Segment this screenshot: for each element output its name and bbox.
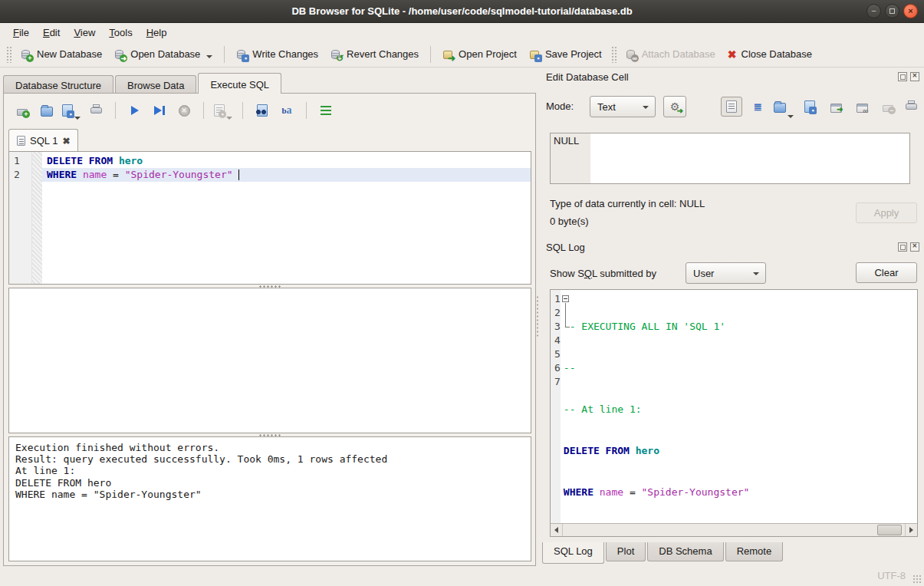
print-icon [90, 107, 102, 116]
auto-format-button[interactable] [315, 101, 337, 120]
window-controls: − × [866, 4, 918, 18]
execute-all-button[interactable] [124, 101, 146, 120]
open-database-button[interactable]: ➜ Open Database [108, 45, 219, 64]
find-replace-button[interactable]: ba [276, 101, 298, 120]
tab-execute-sql[interactable]: Execute SQL [198, 73, 281, 94]
import-file-icon [774, 103, 786, 113]
import-data-button[interactable] [773, 97, 794, 117]
minimize-button[interactable]: − [866, 4, 881, 18]
scroll-left-arrow[interactable] [551, 524, 563, 536]
save-sql-dropdown-icon[interactable] [74, 117, 81, 120]
revert-changes-button[interactable]: ↺ Revert Changes [324, 45, 425, 64]
sql-tab-close-icon[interactable]: ✖ [62, 136, 70, 146]
auto-switch-mode-button[interactable]: ⚙➜ [663, 96, 686, 117]
open-sql-file-button[interactable] [36, 101, 58, 120]
maximize-button[interactable] [885, 4, 899, 18]
print-sql-button[interactable] [85, 101, 107, 120]
sql-toolbar: + ▪ ✕ ▪ [12, 100, 337, 121]
open-url-button[interactable]: ∞ [851, 97, 873, 117]
editor-fold-margin [32, 152, 42, 284]
results-grid[interactable] [8, 288, 531, 433]
save-project-icon: ▪ [529, 48, 541, 61]
execute-current-line-button[interactable] [149, 101, 170, 120]
execution-message-pane[interactable]: Execution finished without errors. Resul… [8, 436, 531, 561]
word-wrap-button[interactable]: ≣ [747, 97, 768, 117]
green-arrow-icon: ➜ [677, 107, 683, 115]
dock-tab-db-schema[interactable]: DB Schema [647, 542, 723, 561]
encoding-indicator[interactable]: UTF-8 [877, 570, 906, 581]
submitted-by-dropdown[interactable]: User [686, 262, 766, 284]
attach-database-button: ∞ Attach Database [620, 45, 722, 64]
sql-log-view[interactable]: 1 2 3 4 5 6 7 -- EXECUTING ALL IN 'SQL 1… [550, 289, 918, 537]
close-database-button[interactable]: ✖ Close Database [722, 45, 818, 63]
scroll-right-arrow[interactable] [905, 524, 917, 536]
save-sql-file-button[interactable]: ▪ [61, 101, 82, 120]
export-data-button[interactable]: ▪ [799, 97, 820, 117]
menu-file[interactable]: File [6, 25, 36, 41]
editor-code-area[interactable]: DELETE FROMhero WHEREname="Spider-Youngs… [42, 152, 531, 284]
save-results-button: ▪ [212, 101, 234, 120]
mode-dropdown[interactable]: Text [590, 96, 656, 117]
write-changes-button[interactable]: ▪ Write Changes [230, 45, 324, 64]
print-cell-button[interactable] [900, 97, 922, 117]
log-horizontal-scrollbar[interactable] [551, 523, 917, 536]
menu-help[interactable]: Help [140, 25, 174, 41]
maximize-icon [889, 8, 895, 14]
panel-splitter[interactable] [536, 295, 540, 337]
bottom-dock-tab-bar: SQL Log Plot DB Schema Remote [542, 542, 784, 564]
new-sql-tab-button[interactable]: + [12, 101, 33, 120]
save-results-icon: ▪ [214, 104, 225, 117]
new-database-icon: + [21, 48, 32, 61]
toolbar-drag-handle[interactable] [6, 46, 12, 63]
edit-cell-dock-header: Edit Database Cell [542, 71, 921, 86]
text-cursor [238, 170, 239, 180]
tab-browse-data[interactable]: Browse Data [115, 75, 196, 94]
find-button[interactable] [252, 101, 273, 120]
cell-value-text: NULL [551, 133, 590, 183]
edit-cell-close-button[interactable] [910, 72, 919, 81]
menu-tools[interactable]: Tools [102, 25, 139, 41]
save-project-button[interactable]: ▪ Save Project [523, 45, 608, 64]
open-project-icon: ➜ [442, 48, 454, 61]
scrollbar-thumb[interactable] [877, 525, 902, 535]
open-in-external-button[interactable]: ➜ [825, 97, 847, 117]
find-replace-icon: ba [281, 104, 291, 117]
text-mode-toggle[interactable] [721, 97, 742, 117]
menu-view[interactable]: View [67, 25, 102, 41]
stop-execution-button: ✕ [173, 101, 195, 120]
sql-code-editor[interactable]: 1 2 DELETE FROMhero WHEREname="Spider-Yo… [8, 151, 531, 285]
window-title: DB Browser for SQLite - /home/user/code/… [291, 5, 632, 17]
cell-value-editor[interactable]: NULL [550, 133, 910, 184]
sql-log-dock-header: SQL Log [542, 241, 921, 256]
save-sql-file-icon: ▪ [62, 104, 73, 117]
toolbar-drag-handle-2[interactable] [611, 46, 617, 63]
menu-edit[interactable]: Edit [36, 25, 67, 41]
stop-icon: ✕ [179, 105, 190, 117]
execute-line-icon [154, 106, 162, 115]
dock-tab-remote[interactable]: Remote [725, 542, 784, 561]
fold-collapse-icon[interactable] [562, 295, 569, 302]
cell-mode-row: Mode: Text ⚙➜ ≣ ▪ ➜ ∞ [546, 95, 917, 118]
resize-grip[interactable] [912, 574, 922, 584]
sql-log-close-button[interactable] [910, 242, 919, 252]
main-tab-bar: Database Structure Browse Data Execute S… [3, 73, 283, 94]
clear-log-button[interactable]: Clear [856, 262, 917, 283]
tab-database-structure[interactable]: Database Structure [3, 75, 113, 94]
auto-format-icon [321, 106, 331, 115]
sql-doc-icon [17, 136, 25, 146]
dock-tab-sql-log[interactable]: SQL Log [542, 542, 604, 564]
open-project-button[interactable]: ➜ Open Project [436, 45, 523, 64]
new-database-button[interactable]: + New Database [15, 45, 108, 64]
open-database-dropdown-icon[interactable] [206, 55, 212, 58]
sql-log-float-button[interactable] [898, 242, 907, 252]
dock-tab-plot[interactable]: Plot [606, 542, 646, 561]
filter-label: Show SQL submitted by [550, 268, 656, 279]
code-line-1: DELETE FROMhero [42, 154, 531, 168]
set-null-icon: − [883, 105, 893, 112]
close-button[interactable]: × [903, 4, 918, 18]
dropdown-arrow-icon [753, 272, 759, 275]
edit-cell-float-button[interactable] [898, 72, 907, 81]
link-icon: ∞ [857, 104, 868, 113]
sql-1-tab[interactable]: SQL 1 ✖ [8, 129, 78, 152]
open-sql-file-icon [41, 107, 53, 117]
